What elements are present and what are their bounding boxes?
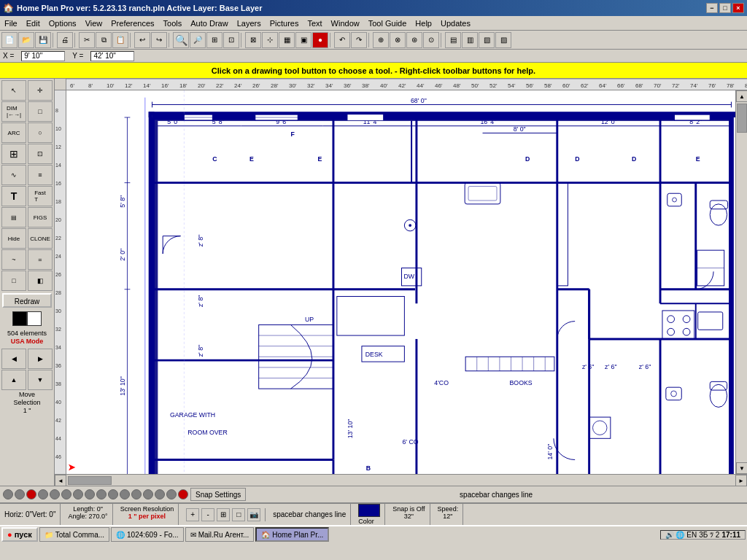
- rect3-btn[interactable]: ◧: [28, 271, 53, 291]
- new-button[interactable]: 📄: [1, 32, 18, 48]
- cut-button[interactable]: ✂: [79, 32, 95, 48]
- menu-window[interactable]: Window: [327, 16, 364, 30]
- snap-dot-13[interactable]: [143, 489, 153, 499]
- select-cross-btn[interactable]: ✛: [28, 80, 53, 101]
- zoom-out-status-btn[interactable]: -: [201, 508, 214, 521]
- task-browser[interactable]: 🌐 1024:609 - Fo...: [111, 527, 184, 542]
- zoom-window-button[interactable]: ⊡: [223, 32, 239, 48]
- snap-dot-7[interactable]: [73, 489, 83, 499]
- snap-dot-8[interactable]: [85, 489, 95, 499]
- menu-edit[interactable]: Edit: [22, 16, 44, 30]
- door-btn[interactable]: ⊞: [1, 144, 26, 164]
- tb-btn-8[interactable]: ⊕: [373, 32, 389, 48]
- tb-btn-13[interactable]: ▥: [462, 32, 478, 48]
- redraw-button[interactable]: Redraw: [2, 293, 52, 308]
- paste-button[interactable]: 📋: [112, 32, 128, 48]
- save-button[interactable]: 💾: [35, 32, 51, 48]
- select-arrow-btn[interactable]: ↖: [1, 80, 26, 101]
- line-btn[interactable]: ∿: [1, 165, 26, 185]
- snap-dot-11[interactable]: [120, 489, 130, 499]
- clone-btn[interactable]: CLONE: [28, 228, 53, 249]
- snap-dot-15[interactable]: [166, 489, 177, 499]
- start-button[interactable]: ● пуск: [1, 527, 38, 542]
- color-section[interactable]: Color: [354, 504, 385, 525]
- color-box[interactable]: [358, 504, 380, 517]
- task-homeplan[interactable]: 🏠 Home Plan Pr...: [255, 527, 329, 542]
- snap-dot-1[interactable]: [3, 489, 13, 499]
- zoom-window-status-btn[interactable]: □: [232, 508, 245, 521]
- snap-dot-14[interactable]: [155, 489, 165, 499]
- background-color[interactable]: [27, 311, 42, 326]
- arc-btn[interactable]: ARC: [1, 122, 26, 143]
- scroll-track-h[interactable]: [66, 475, 735, 486]
- snap-dot-5[interactable]: [50, 489, 60, 499]
- move-right-btn[interactable]: ▶: [28, 349, 53, 369]
- circle-btn[interactable]: ○: [28, 122, 53, 143]
- close-button[interactable]: ×: [732, 3, 744, 13]
- hatch-btn[interactable]: ▤: [1, 207, 26, 228]
- snap-dot-4[interactable]: [38, 489, 48, 499]
- task-mail[interactable]: ✉ Mail.Ru Агент...: [185, 527, 255, 542]
- parallel-btn[interactable]: =: [28, 249, 53, 270]
- undo-button[interactable]: ↩: [134, 32, 150, 48]
- menu-autodraw[interactable]: Auto Draw: [186, 16, 232, 30]
- tb-btn-6[interactable]: ↶: [334, 32, 350, 48]
- scroll-thumb-h[interactable]: [68, 476, 112, 485]
- tb-btn-1[interactable]: ⊠: [245, 32, 261, 48]
- menu-text[interactable]: Text: [303, 16, 326, 30]
- zoom-out-button[interactable]: 🔎: [190, 32, 206, 48]
- tb-btn-4[interactable]: ▣: [295, 32, 311, 48]
- tb-btn-14[interactable]: ▧: [479, 32, 495, 48]
- dim-btn[interactable]: DIM|←→|: [1, 101, 26, 122]
- freehand-btn[interactable]: ~: [1, 249, 26, 270]
- text-btn[interactable]: T: [1, 186, 26, 206]
- x-coord[interactable]: [21, 51, 65, 61]
- nav-arrow-right[interactable]: ➤: [68, 462, 75, 472]
- scroll-up-btn[interactable]: ▲: [736, 90, 747, 102]
- minimize-button[interactable]: −: [706, 3, 718, 13]
- scroll-left-btn[interactable]: ◄: [55, 475, 66, 486]
- snap-dot-16[interactable]: [178, 489, 188, 499]
- move-down-btn[interactable]: ▼: [28, 370, 53, 390]
- scroll-right-btn[interactable]: ►: [735, 475, 747, 486]
- scroll-thumb-v[interactable]: [737, 104, 747, 133]
- tb-btn-15[interactable]: ▨: [495, 32, 511, 48]
- tb-btn-11[interactable]: ⊙: [423, 32, 439, 48]
- menu-pictures[interactable]: Pictures: [266, 16, 303, 30]
- snap-dot-3[interactable]: [26, 489, 36, 499]
- copy-button[interactable]: ⧉: [96, 32, 112, 48]
- menu-updates[interactable]: Updates: [436, 16, 475, 30]
- zoom-in-status-btn[interactable]: +: [186, 508, 199, 521]
- menu-help[interactable]: Help: [411, 16, 436, 30]
- window-btn[interactable]: ⊡: [28, 144, 53, 164]
- tb-btn-7[interactable]: ↷: [351, 32, 367, 48]
- snap-dot-9[interactable]: [96, 489, 107, 499]
- snap-dot-2[interactable]: [15, 489, 25, 499]
- rect2-btn[interactable]: □: [1, 271, 26, 291]
- move-up-btn[interactable]: ▲: [1, 370, 26, 390]
- menu-toolguide[interactable]: Tool Guide: [364, 16, 411, 30]
- tb-btn-2[interactable]: ⊹: [262, 32, 278, 48]
- menu-file[interactable]: File: [0, 16, 22, 30]
- maximize-button[interactable]: □: [719, 3, 731, 13]
- hide-btn[interactable]: Hide: [1, 228, 26, 249]
- snap-dot-10[interactable]: [108, 489, 118, 499]
- tb-btn-3[interactable]: ▦: [279, 32, 295, 48]
- tb-btn-9[interactable]: ⊗: [390, 32, 406, 48]
- zoom-fit-button[interactable]: ⊞: [206, 32, 222, 48]
- snap-dot-12[interactable]: [131, 489, 142, 499]
- zoom-in-button[interactable]: 🔍: [173, 32, 189, 48]
- figs-btn[interactable]: FIGS: [28, 207, 53, 228]
- menu-preferences[interactable]: Preferences: [107, 16, 158, 30]
- print-button[interactable]: 🖨: [57, 32, 73, 48]
- menu-tools[interactable]: Tools: [159, 16, 187, 30]
- zoom-fit-status-btn[interactable]: ⊞: [217, 508, 230, 521]
- snap-settings-button[interactable]: Snap Settings: [190, 488, 246, 501]
- move-left-btn[interactable]: ◀: [1, 349, 26, 369]
- stair-btn[interactable]: ≡: [28, 165, 53, 185]
- scroll-track-v[interactable]: [736, 102, 747, 462]
- menu-layers[interactable]: Layers: [233, 16, 266, 30]
- tb-btn-5[interactable]: ●: [312, 32, 328, 48]
- y-coord[interactable]: [90, 51, 134, 61]
- scroll-down-btn[interactable]: ▼: [736, 462, 747, 474]
